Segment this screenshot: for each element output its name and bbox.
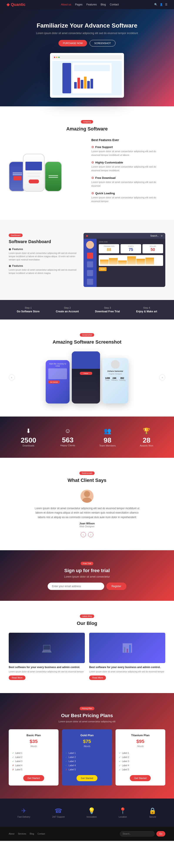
testimonial-prev[interactable]: ‹ xyxy=(81,532,86,537)
hero-buttons: PURCHASE NOW SCREENSHOT xyxy=(9,40,165,46)
stat-ports-label: PORTS xyxy=(122,246,140,247)
hero-title: Familiarize Your Advance Software xyxy=(9,22,165,29)
nav-links: About us Pages Features Blog Contact xyxy=(61,3,119,6)
hero-subtitle: Lorem ipsum dolor sit amet consectetur a… xyxy=(9,32,165,35)
nav-features[interactable]: Features xyxy=(86,3,97,6)
blog-badge: Latest Blog xyxy=(80,615,94,618)
footer-search: Go xyxy=(120,831,165,837)
signup-email-input[interactable] xyxy=(48,583,104,590)
stat-awards: 🏆 28 Awards Won xyxy=(140,427,153,447)
features-list-title: Best Features Ever xyxy=(91,138,165,142)
testimonial-next[interactable]: › xyxy=(88,532,93,537)
mockup-chart xyxy=(74,75,110,89)
footer-bottom: About Services Blog Contact Go xyxy=(0,827,174,841)
blog-img-2: 📊 xyxy=(89,633,165,663)
footer-link-contact[interactable]: Contact xyxy=(38,833,45,835)
blog-grid: 💻 Best software for your every business … xyxy=(9,633,165,680)
nav-contact[interactable]: Contact xyxy=(110,3,119,6)
phone-right xyxy=(45,161,62,192)
blog-read-1[interactable]: Read More xyxy=(9,676,25,680)
hero-mockup xyxy=(50,53,124,98)
carousel-prev[interactable]: ‹ xyxy=(9,374,15,380)
pricing-subtitle: Lorem ipsum dolor sit amet consectetur a… xyxy=(9,720,165,723)
stats-section: ⬇ 2500 Downloads ☺ 563 Happy Clients 👥 9… xyxy=(0,416,174,458)
dash-feature-2: ◉ Features Lorem ipsum dolor sit amet co… xyxy=(9,265,77,275)
stat-dollar: DOLLAR 50 xyxy=(143,244,163,253)
blog-post-2: 📊 Best software for your every business … xyxy=(89,633,165,680)
sidebar-icon-2[interactable] xyxy=(87,261,93,268)
svg-point-1 xyxy=(82,497,92,503)
mockup-bar xyxy=(52,55,122,60)
user-icon[interactable]: 👤 xyxy=(160,3,163,6)
nav-about[interactable]: About us xyxy=(61,3,71,6)
screenshots-section: Screenshot Amazing Software Screenshot ‹… xyxy=(0,319,174,416)
footer-link-about[interactable]: About xyxy=(9,833,14,835)
user-avatar xyxy=(86,241,94,249)
stat-trans-label: TRANSACTION xyxy=(100,246,118,247)
features-list: Best Features Ever ⊙ Free Support Lorem … xyxy=(91,138,165,207)
sidebar-icon-3[interactable] xyxy=(87,270,93,276)
footer-link-services[interactable]: Services xyxy=(18,833,26,835)
steps-section: Step 1 Go Software Store Step 2 Create a… xyxy=(0,300,174,319)
ss-phone-3: Zuhara Samestar Graphic Designer 1499Pos… xyxy=(102,358,128,403)
dash-feature-icon-1: ◉ xyxy=(9,248,11,251)
testimonials-section: Testimonials What Client Says Lorem ipsu… xyxy=(0,458,174,550)
testimonial-avatar xyxy=(80,490,94,503)
search-icon[interactable]: 🔍 xyxy=(154,3,157,6)
sidebar-icon-1[interactable] xyxy=(87,253,93,259)
step-4: Step 4 Enjoy & Make art xyxy=(136,307,157,313)
plan-basic-btn[interactable]: Get Started xyxy=(23,775,44,781)
stat-ports: PORTS 75 xyxy=(121,244,141,253)
innovation-icon: 💡 xyxy=(86,807,97,814)
stat-transaction: TRANSACTION 88 xyxy=(99,244,119,253)
blog-img-1: 💻 xyxy=(9,633,85,663)
header-dot xyxy=(86,235,88,237)
feature-icon-1: ⊙ xyxy=(91,145,94,149)
dot-yellow xyxy=(56,57,57,58)
carousel-next[interactable]: › xyxy=(159,374,165,380)
nav-pages[interactable]: Pages xyxy=(75,3,82,6)
screenshots-title: Amazing Software Screenshot xyxy=(9,339,165,345)
purchase-button[interactable]: PURCHASE NOW xyxy=(58,40,87,46)
nav-blog[interactable]: Blog xyxy=(101,3,106,6)
blog-excerpt-1: Lorem ipsum dolor sit amet consectetur a… xyxy=(9,670,85,673)
dot-green xyxy=(58,57,59,58)
carousel: ‹ Start the Journey to Artist Get Starte… xyxy=(9,351,165,403)
smile-icon: ☺ xyxy=(60,427,75,434)
step-3: Step 3 Download Free Trial xyxy=(95,307,120,313)
navbar: ◆ Quantic About us Pages Features Blog C… xyxy=(0,0,174,9)
pricing-grid: Basic Plan $35 /Month ✓Label 1 ✓Label 2 … xyxy=(9,729,165,785)
feature-icon-2: ⊙ xyxy=(91,161,94,164)
pricing-section: Pricing Plan Our Best Pricing Plans Lore… xyxy=(0,693,174,799)
testimonial-arrows: ‹ › xyxy=(9,532,165,537)
delivery-icon: ✈ xyxy=(18,807,30,814)
feature-icon-3: ⊙ xyxy=(91,176,94,180)
footer-search-input[interactable] xyxy=(120,831,155,837)
footer-search-btn[interactable]: Go xyxy=(156,831,165,837)
trophy-icon: 🏆 xyxy=(140,427,153,435)
plan-gold: Gold Plan $75 /Month ✓Label 1 ✓Label 2 ✓… xyxy=(62,729,112,785)
menu-icon[interactable]: ☰ xyxy=(165,3,168,6)
plan-gold-btn[interactable]: Get Started xyxy=(77,775,97,781)
mockup-main xyxy=(72,63,111,93)
footer-link-blog[interactable]: Blog xyxy=(30,833,34,835)
screenshot-button[interactable]: SCREENSHOT xyxy=(90,40,115,46)
footer-icon-2: ☎ 24/7 Support xyxy=(52,807,65,818)
phones-mockup xyxy=(9,154,83,192)
blog-read-2[interactable]: Read More xyxy=(89,676,106,680)
dashboard-badge: Dashboard xyxy=(9,234,23,237)
dash-header-icon: ⚙ xyxy=(161,235,163,237)
sidebar-icon-4[interactable] xyxy=(87,279,93,285)
dash-mockup-header: Search... ⚙ xyxy=(83,233,165,239)
step-2: Step 2 Create an Account xyxy=(56,307,79,313)
register-button[interactable]: Register xyxy=(106,583,127,590)
dollar-value-badge: $100 xyxy=(99,267,106,271)
testimonials-title: What Client Says xyxy=(9,477,165,483)
dash-feature-1: ◉ Features Lorem ipsum dolor sit amet co… xyxy=(9,248,77,261)
user-name-label: JOHN DOE xyxy=(99,241,163,243)
testimonial-role: Web Designer xyxy=(9,525,165,528)
blog-title: Our Blog xyxy=(9,621,165,626)
plan-titanium-btn[interactable]: Get Started xyxy=(130,775,151,781)
security-icon: 🔒 xyxy=(149,807,156,814)
amazing-section: Amazing Amazing Software xyxy=(0,106,174,220)
